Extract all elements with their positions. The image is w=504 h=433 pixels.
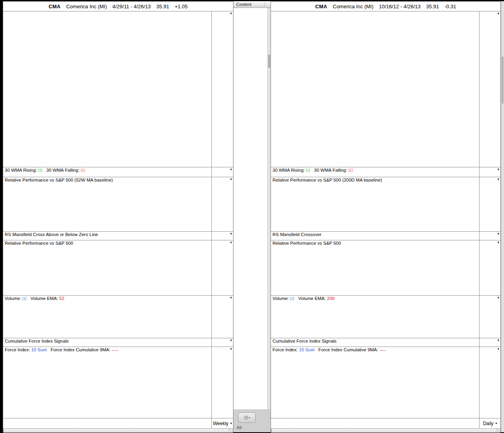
pane-options-arrow-icon[interactable]: ▾ bbox=[230, 296, 232, 300]
pane-options-arrow-icon[interactable]: ▾ bbox=[497, 296, 499, 300]
resize-grip[interactable] bbox=[228, 429, 233, 433]
p-options-arrow-icon[interactable]: ▾ bbox=[497, 177, 499, 181]
app-window: CMA Comerica Inc (MI) 4/29/11 - 4/26/13 … bbox=[0, 0, 504, 433]
pane-options-arrow-icon[interactable]: ▾ bbox=[497, 338, 499, 342]
mansfield-strip-title: RS Mansfield Cross Above or Below Zero L… bbox=[5, 232, 98, 237]
green-ticks-icon bbox=[38, 169, 43, 172]
pane-options-arrow-icon[interactable]: ▾ bbox=[497, 167, 499, 171]
mansfield-gutter: ▾ bbox=[211, 232, 233, 240]
rs-baseline-histogram-plot[interactable] bbox=[271, 177, 480, 231]
periodicity-dropdown[interactable]: Daily▾ bbox=[479, 418, 500, 428]
wma-rising-label: 30 WMA Rising: bbox=[273, 168, 305, 172]
force-index-sum-value: 10 Sum bbox=[31, 347, 47, 352]
rs-line-plot[interactable] bbox=[3, 240, 212, 295]
pane-options-arrow-icon[interactable]: ▾ bbox=[230, 11, 232, 15]
blue-ticks-icon bbox=[22, 297, 27, 300]
volume-ema-label: Volume EMA: bbox=[298, 296, 326, 301]
pane-options-arrow-icon[interactable]: ▾ bbox=[497, 232, 499, 236]
scrollbar-thumb[interactable] bbox=[3, 429, 4, 432]
price-chart-plot[interactable] bbox=[3, 11, 212, 167]
force-index-y-axis[interactable]: ▾ bbox=[479, 347, 500, 418]
wma-strip-gutter: ▾ bbox=[211, 167, 233, 177]
pane-options-arrow-icon[interactable]: ▾ bbox=[230, 232, 232, 236]
horizontal-scrollbar[interactable] bbox=[3, 428, 233, 433]
time-axis: Daily▾ bbox=[271, 418, 500, 428]
column-divider bbox=[265, 2, 265, 7]
date-range-label: 10/16/12 - 4/26/13 bbox=[379, 4, 421, 9]
scrollbar-thumb[interactable] bbox=[268, 54, 270, 68]
pane-options-arrow-icon[interactable]: ▾ bbox=[497, 347, 499, 351]
rs-line-title: Relative Performance vs S&P 500 bbox=[273, 241, 341, 246]
force-index-ma-label: Force Index Cumulative 9MA: bbox=[50, 347, 110, 352]
volume-y-axis[interactable]: ▾ bbox=[211, 296, 233, 338]
red-ticks-icon bbox=[349, 169, 353, 172]
force-index-plot[interactable] bbox=[271, 347, 480, 418]
time-axis: Weekly▾ bbox=[3, 418, 233, 428]
wma-rising-label: 30 WMA Rising: bbox=[5, 168, 37, 172]
cfi-signal-strip[interactable] bbox=[3, 343, 212, 347]
red-ticks-icon bbox=[81, 169, 85, 172]
daily-chart-header: CMA Comerica Inc (MI) 10/16/12 - 4/26/13… bbox=[271, 2, 500, 11]
price-chart-plot[interactable] bbox=[271, 11, 480, 167]
rs-baseline-y-axis[interactable]: ▾ bbox=[479, 177, 500, 231]
date-range-label: 4/29/11 - 4/26/13 bbox=[112, 4, 151, 9]
force-index-ma-label: Force Index Cumulative 9MA: bbox=[318, 347, 378, 352]
volume-plot[interactable] bbox=[271, 296, 480, 338]
volume-y-axis[interactable]: ▾ bbox=[479, 296, 500, 338]
symbol-list-footer: ⚙▾ All bbox=[233, 409, 271, 432]
rs-baseline-histogram-plot[interactable] bbox=[3, 177, 212, 231]
horizontal-scrollbar[interactable] bbox=[271, 428, 500, 433]
last-price-label: 35.91 bbox=[426, 4, 439, 9]
volume-legend: Volume: Volume EMA: 52 bbox=[5, 296, 64, 301]
resize-grip[interactable] bbox=[496, 429, 500, 433]
pane-options-arrow-icon[interactable]: ▾ bbox=[497, 11, 499, 15]
cfi-signal-strip[interactable] bbox=[271, 343, 480, 347]
force-index-plot[interactable] bbox=[3, 347, 212, 418]
mansfield-strip-title: RS Mansfield Crossover bbox=[273, 232, 321, 237]
symbol-list[interactable] bbox=[233, 8, 267, 409]
periodicity-value: Weekly bbox=[213, 421, 228, 426]
periodicity-dropdown[interactable]: Weekly▾ bbox=[211, 418, 233, 428]
symbol-list-panel: Content ⚙▾ All bbox=[233, 1, 271, 432]
force-index-label: Force Index: bbox=[273, 347, 298, 352]
price-y-axis[interactable]: ▾ bbox=[479, 11, 500, 167]
mansfield-signal-strip[interactable] bbox=[3, 237, 212, 240]
volume-legend: Volume: Volume EMA: 200 bbox=[273, 296, 334, 301]
symbol-list-header[interactable]: Content bbox=[233, 1, 271, 8]
gear-action-button[interactable]: ⚙▾ bbox=[238, 412, 256, 423]
pane-options-arrow-icon[interactable]: ▾ bbox=[497, 240, 499, 244]
rs-baseline-title: Relative Performance vs S&P 500 (200D MA… bbox=[273, 178, 382, 182]
blue-ticks-icon bbox=[290, 297, 295, 300]
pink-line-swatch-icon bbox=[112, 348, 118, 351]
scrollbar-thumb[interactable] bbox=[271, 429, 272, 432]
pane-options-arrow-icon[interactable]: ▾ bbox=[230, 338, 232, 342]
force-index-label: Force Index: bbox=[5, 347, 30, 352]
symbol-list-header-label: Content bbox=[236, 2, 252, 7]
symbol-label: CMA bbox=[49, 4, 61, 9]
volume-label: Volume: bbox=[273, 296, 289, 301]
pane-options-arrow-icon[interactable]: ▾ bbox=[230, 347, 232, 351]
volume-plot[interactable] bbox=[3, 296, 212, 338]
pane-options-arrow-icon[interactable]: ▾ bbox=[230, 167, 232, 171]
symbol-list-scrollbar[interactable] bbox=[267, 8, 271, 409]
volume-ema-label: Volume EMA: bbox=[30, 296, 58, 301]
price-change-label: +1.05 bbox=[175, 4, 188, 9]
list-filter-label: All bbox=[237, 425, 242, 430]
pane-options-arrow-icon[interactable]: ▾ bbox=[230, 177, 232, 181]
symbol-label: CMA bbox=[315, 4, 327, 9]
scrollbar-thumb[interactable] bbox=[502, 56, 504, 104]
weekly-chart-header: CMA Comerica Inc (MI) 4/29/11 - 4/26/13 … bbox=[3, 2, 233, 11]
rs-line-y-axis[interactable]: ▾ bbox=[211, 240, 233, 295]
rs-line-y-axis[interactable]: ▾ bbox=[479, 240, 500, 295]
wma-signal-strip[interactable] bbox=[3, 173, 212, 177]
pane-options-arrow-icon[interactable]: ▾ bbox=[230, 240, 232, 244]
price-y-axis[interactable]: ▾ bbox=[211, 11, 233, 167]
rs-baseline-y-axis[interactable]: ▾ bbox=[211, 177, 233, 231]
force-index-y-axis[interactable]: ▾ bbox=[211, 347, 233, 418]
wma-strip-legend: 30 WMA Rising: 30 WMA Falling: bbox=[5, 168, 85, 172]
wma-signal-strip[interactable] bbox=[271, 173, 480, 177]
rs-line-plot[interactable] bbox=[271, 240, 480, 295]
mansfield-signal-strip[interactable] bbox=[271, 237, 480, 240]
company-name-label: Comerica Inc (MI) bbox=[333, 4, 373, 9]
window-scrollbar[interactable] bbox=[501, 1, 504, 432]
